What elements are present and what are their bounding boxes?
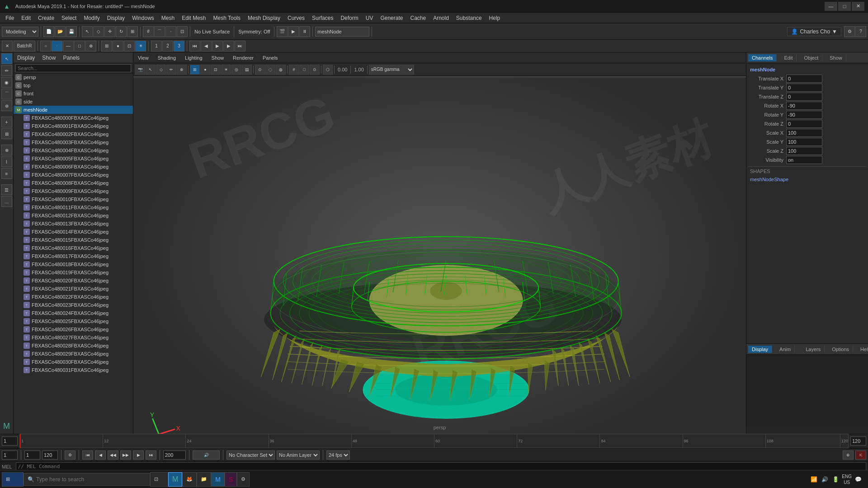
outliner-item[interactable]: TFBXASCo480011FBXASCo46jpeg — [14, 203, 133, 211]
object-mode-button[interactable]: ○ — [40, 41, 51, 52]
outliner-item[interactable]: TFBXASCo480027FBXASCo46jpeg — [14, 333, 133, 342]
no-anim-dropdown[interactable]: No Anim Layer — [277, 450, 320, 460]
face-mode-button[interactable]: □ — [74, 41, 85, 52]
play-forward-button[interactable]: ▶▶ — [120, 450, 131, 460]
menu-surfaces[interactable]: Surfaces — [308, 14, 337, 22]
outliner-item[interactable]: TFBXASCo480013FBXASCo46jpeg — [14, 220, 133, 228]
play-button[interactable]: ▶ — [212, 41, 223, 52]
vp-panels-menu[interactable]: Panels — [260, 54, 281, 61]
select-tool-button[interactable]: ↖ — [82, 26, 93, 37]
scale-y-input[interactable] — [786, 138, 822, 146]
taskbar-firefox-button[interactable]: 🦊 — [182, 472, 197, 487]
shapes-node-label[interactable]: meshNodeShape — [748, 175, 866, 184]
paint-button[interactable]: ✏ — [1, 65, 12, 76]
xgen-button[interactable]: ☰ — [1, 184, 12, 195]
outliner-item[interactable]: TFBXASCo480000FBXASCo46jpeg — [14, 114, 133, 122]
menu-generate[interactable]: Generate — [377, 14, 406, 22]
auto-key-button[interactable]: K — [855, 450, 866, 460]
colorspace-dropdown[interactable]: sRGB gamma — [369, 65, 414, 75]
outliner-item[interactable]: TFBXASCo480002FBXASCo46jpeg — [14, 130, 133, 138]
menu-select[interactable]: Select — [58, 14, 80, 22]
more-button[interactable]: … — [1, 196, 12, 207]
start-button[interactable]: ⊞ — [2, 472, 24, 487]
light-button[interactable]: ☀ — [135, 41, 146, 52]
new-file-button[interactable]: 📄 — [43, 26, 54, 37]
outliner-item[interactable]: TFBXASCo480028FBXASCo46jpeg — [14, 342, 133, 350]
outliner-item[interactable]: Cfront — [14, 89, 133, 98]
vp-tex-button[interactable]: ⊡ — [211, 65, 221, 75]
outliner-item[interactable]: TFBXASCo480025FBXASCo46jpeg — [14, 317, 133, 325]
surface-button[interactable]: ⊛ — [1, 100, 12, 111]
menu-cache[interactable]: Cache — [406, 14, 429, 22]
display-tab[interactable]: Display — [748, 346, 772, 353]
batchrender-button[interactable]: BatchR — [14, 41, 35, 52]
maximize-button[interactable]: □ — [838, 2, 851, 11]
vp-shading-menu[interactable]: Shading — [155, 54, 179, 61]
menu-deform[interactable]: Deform — [337, 14, 362, 22]
menu-mesh[interactable]: Mesh — [158, 14, 178, 22]
snap-surface-button[interactable]: ⊡ — [177, 26, 188, 37]
graph-button[interactable]: ⌇ — [1, 156, 12, 167]
wire-button[interactable]: ⊞ — [101, 41, 112, 52]
menu-edit[interactable]: Edit — [18, 14, 34, 22]
taskbar-search-input[interactable] — [36, 476, 127, 483]
lasso-tool-button[interactable]: ◇ — [93, 26, 104, 37]
uv-editor-button[interactable]: ⊕ — [1, 145, 12, 155]
cancel-button[interactable]: ✕ — [2, 41, 13, 52]
object-tab[interactable]: Object — [800, 54, 822, 61]
tray-notification-icon[interactable]: 💬 — [854, 475, 863, 484]
fps-dropdown[interactable]: 24 fps 30 fps 60 fps — [326, 450, 350, 460]
outliner-item[interactable]: TFBXASCo480031FBXASCo46jpeg — [14, 366, 133, 374]
outliner-item[interactable]: TFBXASCo480020FBXASCo46jpeg — [14, 277, 133, 285]
layer-button[interactable]: ≡ — [1, 168, 12, 179]
menu-file[interactable]: File — [2, 14, 18, 22]
vp-select-button[interactable]: ↖ — [146, 65, 156, 75]
minimize-button[interactable]: — — [825, 2, 837, 11]
move-tool-button[interactable]: ✛ — [104, 26, 115, 37]
timeline-track[interactable]: 1 12 24 36 48 60 72 84 96 108 120 — [19, 434, 849, 448]
vp-shadow-button[interactable]: ▤ — [242, 65, 252, 75]
open-file-button[interactable]: 📂 — [55, 26, 66, 37]
ipr-button[interactable]: ▶ — [288, 26, 299, 37]
outliner-item[interactable]: TFBXASCo480023FBXASCo46jpeg — [14, 301, 133, 309]
outliner-item[interactable]: TFBXASCo480021FBXASCo46jpeg — [14, 285, 133, 293]
range-end-input[interactable] — [42, 450, 58, 460]
rewind-playback-button[interactable]: ⏮ — [82, 450, 93, 460]
outliner-search-input[interactable] — [15, 64, 131, 72]
outliner-item[interactable]: Cside — [14, 98, 133, 106]
rewind-button[interactable]: ⏮ — [189, 41, 200, 52]
keyframe-options-button[interactable]: ⊕ — [843, 450, 854, 460]
uv-mode-button[interactable]: ⊕ — [85, 41, 96, 52]
select-mode-button[interactable]: ↖ — [1, 53, 12, 64]
vp-aa-button[interactable]: ◌ — [265, 65, 275, 75]
visibility-input[interactable] — [786, 156, 822, 164]
menu-modify[interactable]: Modify — [80, 14, 103, 22]
mesh-tool-button[interactable]: ⊞ — [1, 128, 12, 139]
vp-lasso-button[interactable]: ◇ — [156, 65, 166, 75]
outliner-item[interactable]: TFBXASCo480017FBXASCo46jpeg — [14, 252, 133, 260]
sculpt-button[interactable]: ◉ — [1, 77, 12, 88]
vp-motblur-button[interactable]: ◍ — [276, 65, 286, 75]
help-tab[interactable]: Help — [857, 346, 868, 353]
no-character-dropdown[interactable]: No Character Set — [226, 450, 275, 460]
mute-button[interactable]: 🔊 — [193, 450, 220, 460]
menu-display[interactable]: Display — [104, 14, 128, 22]
anim-tab[interactable]: Anim — [776, 346, 795, 353]
menu-mesh-tools[interactable]: Mesh Tools — [210, 14, 244, 22]
rotate-z-input[interactable] — [786, 120, 822, 128]
outliner-item[interactable]: TFBXASCo480012FBXASCo46jpeg — [14, 211, 133, 220]
outliner-item[interactable]: TFBXASCo480014FBXASCo46jpeg — [14, 228, 133, 236]
vp-grid-button[interactable]: # — [289, 65, 299, 75]
end-playback-button[interactable]: ⏭ — [146, 450, 156, 460]
menu-substance[interactable]: Substance — [453, 14, 486, 22]
outliner-item[interactable]: TFBXASCo480010FBXASCo46jpeg — [14, 195, 133, 203]
prev-frame-button[interactable]: ◀ — [201, 41, 212, 52]
high-quality-button[interactable]: 3 — [174, 41, 184, 52]
menu-uv[interactable]: UV — [362, 14, 377, 22]
outliner-item[interactable]: TFBXASCo480019FBXASCo46jpeg — [14, 268, 133, 277]
vp-show-menu[interactable]: Show — [209, 54, 227, 61]
end-frame-button[interactable]: ⏭ — [235, 41, 245, 52]
outliner-panels-menu[interactable]: Panels — [61, 55, 81, 61]
outliner-item[interactable]: TFBXASCo480030FBXASCo46jpeg — [14, 358, 133, 366]
vp-wire-button[interactable]: ⊞ — [190, 65, 200, 75]
